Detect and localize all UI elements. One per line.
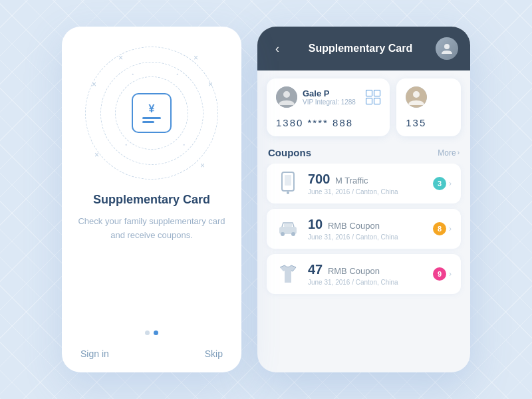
- coupons-label: Coupons: [268, 147, 311, 158]
- primary-card-avatar: [276, 86, 297, 108]
- svg-rect-6: [285, 175, 291, 186]
- coupon-item-traffic[interactable]: 700 M Traffic June 31, 2016 / Canton, Ch…: [267, 164, 461, 203]
- coupon-main-shirt: 47 RMB Coupon: [308, 262, 425, 277]
- svg-point-4: [413, 91, 420, 98]
- deco-cross: ×: [118, 53, 123, 63]
- card-icon-inner: ¥: [142, 103, 161, 123]
- deco-cross: ×: [194, 53, 198, 63]
- qr-cell: [366, 98, 372, 104]
- left-screen-title: Supplementary Card: [93, 193, 210, 207]
- pagination-dots: [145, 331, 158, 335]
- svg-point-10: [291, 232, 295, 236]
- back-button[interactable]: ‹: [269, 41, 285, 57]
- deco-cross: ×: [92, 80, 96, 89]
- qr-icon[interactable]: [366, 90, 380, 104]
- phone-icon: [276, 172, 300, 196]
- icon-line-short: [142, 121, 154, 123]
- coupon-info-car: 10 RMB Coupon June 31, 2016 / Canton, Ch…: [308, 217, 425, 241]
- svg-point-0: [444, 44, 450, 49]
- primary-card: Gale P VIP Integral: 1288 1380 **** 888: [267, 78, 390, 136]
- badge-car: 8: [433, 222, 446, 235]
- coupon-unit-shirt: RMB Coupon: [328, 266, 380, 276]
- user-name: Gale P: [303, 88, 360, 98]
- header-avatar: [436, 37, 458, 60]
- deco-cross: ×: [94, 150, 99, 160]
- deco-dot: ●: [176, 72, 178, 76]
- user-sub: VIP Integral: 1288: [303, 98, 360, 106]
- svg-rect-11: [284, 223, 292, 227]
- coupon-item-car[interactable]: 10 RMB Coupon June 31, 2016 / Canton, Ch…: [267, 209, 461, 249]
- qr-cell: [374, 90, 380, 96]
- card-number: 1380 **** 888: [276, 117, 380, 128]
- deco-dot: ●: [125, 142, 127, 146]
- coupon-amount-car: 10: [308, 217, 323, 231]
- shirt-svg: [277, 264, 299, 284]
- more-text: More: [438, 148, 456, 158]
- svg-point-7: [287, 192, 289, 194]
- cards-row: Gale P VIP Integral: 1288 1380 **** 888: [257, 70, 470, 144]
- coupon-amount-shirt: 47: [308, 262, 323, 277]
- avatar-svg: [276, 86, 297, 108]
- avatar-face: [436, 37, 458, 60]
- screens-container: × × × × × × ● ● ● ● ¥ Supplementary Card…: [62, 27, 470, 372]
- coupon-sub-traffic: June 31, 2016 / Canton, China: [308, 188, 425, 196]
- coupon-item-shirt[interactable]: 47 RMB Coupon June 31, 2016 / Canton, Ch…: [267, 254, 461, 294]
- person-icon: [440, 42, 454, 55]
- icon-line: [142, 117, 161, 119]
- coupon-badge-row-car: 8 ›: [433, 222, 452, 235]
- left-screen: × × × × × × ● ● ● ● ¥ Supplementary Card…: [62, 27, 241, 372]
- coupon-arrow-icon: ›: [449, 224, 452, 233]
- coupon-list: 700 M Traffic June 31, 2016 / Canton, Ch…: [257, 164, 470, 372]
- deco-dot: ●: [183, 142, 185, 146]
- shirt-icon: [276, 262, 300, 286]
- svg-point-9: [281, 232, 285, 236]
- coupon-main-car: 10 RMB Coupon: [308, 217, 425, 232]
- deco-dot: ●: [132, 72, 134, 76]
- deco-cross: ×: [200, 161, 205, 170]
- right-header: ‹ Supplementary Card: [257, 27, 470, 70]
- secondary-card: 135: [396, 78, 461, 136]
- dot-1: [145, 331, 150, 335]
- coupon-unit-traffic: M Traffic: [335, 176, 368, 186]
- coupon-sub-shirt: June 31, 2016 / Canton, China: [308, 279, 425, 286]
- phone-svg: [280, 172, 296, 196]
- avatar-image: [276, 86, 297, 108]
- coupon-amount-traffic: 700: [308, 172, 330, 186]
- coupon-arrow-icon: ›: [449, 179, 452, 188]
- left-screen-desc: Check your family supplementary card and…: [75, 215, 228, 243]
- coupon-info-shirt: 47 RMB Coupon June 31, 2016 / Canton, Ch…: [308, 262, 425, 286]
- secondary-avatar-svg: [406, 86, 427, 108]
- sign-in-button[interactable]: Sign in: [80, 348, 109, 359]
- left-footer: Sign in Skip: [75, 342, 228, 359]
- svg-point-2: [283, 91, 290, 98]
- secondary-card-avatar: [406, 86, 427, 108]
- coupon-badge-row-shirt: 9 ›: [433, 267, 452, 281]
- badge-shirt: 9: [433, 267, 446, 281]
- car-svg: [277, 221, 299, 237]
- qr-cell: [366, 90, 372, 96]
- coupon-badge-row-traffic: 3 ›: [433, 177, 452, 190]
- header-title: Supplementary Card: [309, 43, 412, 55]
- more-link[interactable]: More ›: [438, 148, 460, 158]
- chevron-right-icon: ›: [458, 149, 460, 156]
- card-user-row: Gale P VIP Integral: 1288: [276, 86, 380, 108]
- card-icon-box: ¥: [132, 93, 172, 133]
- card-number-short: 135: [406, 117, 452, 128]
- coupon-info-traffic: 700 M Traffic June 31, 2016 / Canton, Ch…: [308, 172, 425, 196]
- coupon-main-traffic: 700 M Traffic: [308, 172, 425, 187]
- coupon-sub-car: June 31, 2016 / Canton, China: [308, 233, 425, 241]
- car-icon: [276, 217, 300, 241]
- dot-2: [154, 331, 158, 335]
- secondary-card-user-row: [406, 86, 452, 108]
- coupons-header: Coupons More ›: [257, 144, 470, 164]
- coupon-unit-car: RMB Coupon: [328, 221, 380, 231]
- deco-cross: ×: [208, 80, 213, 89]
- user-info: Gale P VIP Integral: 1288: [303, 88, 360, 106]
- yen-symbol: ¥: [142, 103, 161, 115]
- coupon-arrow-icon: ›: [449, 269, 452, 279]
- right-screen: ‹ Supplementary Card: [257, 27, 470, 372]
- qr-cell: [374, 98, 380, 104]
- illustration-area: × × × × × × ● ● ● ● ¥: [85, 47, 218, 180]
- badge-traffic: 3: [433, 177, 446, 190]
- skip-button[interactable]: Skip: [205, 348, 223, 359]
